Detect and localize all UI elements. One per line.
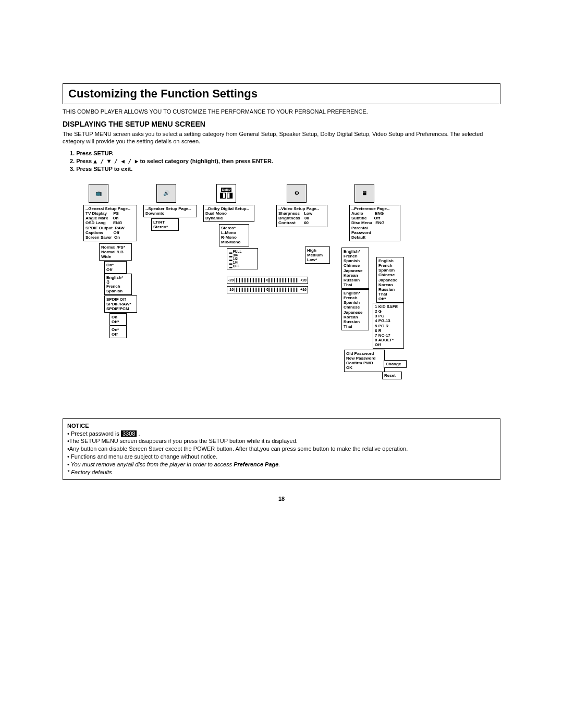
step-1: 1. Press SETUP.: [70, 150, 500, 157]
item-tv-display: TV Display PS: [85, 211, 135, 216]
reset-button[interactable]: Reset: [382, 372, 402, 379]
preference-page: --Preference Page-- Audio ENG Subtitle O…: [349, 205, 400, 241]
intro-text: THIS COMBO PLAYER ALLOWS YOU TO CUSTOMIZ…: [63, 108, 500, 115]
page-title: Customizing the Function Settings: [68, 87, 495, 101]
speaker-setup-page: --Speaker Setup Page-- Downmix: [143, 205, 197, 217]
notice-line-1: • Preset password is 3308 .: [67, 430, 496, 438]
subtitle-options: EnglishFrenchSpanishChineseJapaneseKorea…: [376, 257, 404, 303]
sharpness-options: HighMediumLow*: [305, 246, 330, 264]
title-box: Customizing the Function Settings: [63, 83, 500, 104]
password-box: Old PasswordNew PasswordConfirm PWD OK: [344, 350, 385, 372]
document-page: Customizing the Function Settings THIS C…: [63, 0, 500, 502]
dual-mono-options: Stereo*L-MonoR-MonoMix-Mono: [219, 224, 249, 246]
page-number: 18: [63, 496, 500, 502]
angle-mark-options: On*Off: [104, 261, 127, 274]
dynamic-scale: ▂ FULL ▂ 3/4 ▂ 1/2 ▂ 1/4 ▂ OFF: [227, 248, 258, 270]
notice-line-4: • Functions and menu are subject to chan…: [67, 453, 496, 461]
notice-line-6: * Factory defaults: [67, 468, 496, 476]
disc-menu-options: English*FrenchSpanishChineseJapaneseKore…: [341, 289, 369, 331]
section-heading: DISPLAYING THE SETUP MENU SCREEN: [63, 120, 500, 128]
preference-icon: 🖥: [354, 184, 374, 203]
spdif-options: SPDIF OffSPDIF/RAW*SPDIF/PCM: [104, 295, 137, 313]
osd-lang-options: English*⟨⟩FrenchSpanish: [104, 274, 132, 295]
preset-password: 3308: [121, 430, 137, 437]
section-description: The SETUP MENU screen asks you to select…: [63, 130, 500, 145]
notice-line-3: •Any button can disable Screen Saver exc…: [67, 445, 496, 453]
tv-display-options: Normal /PS*Normal /LBWide: [99, 243, 132, 261]
dolby-icon: Dolby ◧◨: [216, 184, 236, 203]
audio-lang-options: English*FrenchSpanishChineseJapaneseKore…: [341, 248, 369, 289]
downmix-options: LT/RTStereo*: [151, 218, 179, 231]
contrast-slider[interactable]: -160+16: [227, 286, 308, 293]
general-setup-page: --General Setup Page-- TV Display PS Ang…: [83, 205, 137, 241]
menu-tree-diagram: 📺 🔊 Dolby ◧◨ ⚙ 🖥 --General Setup Page-- …: [83, 184, 500, 403]
dolby-setup-page: --Dolby Digital Setup-- Dual Mono Dynami…: [203, 205, 254, 223]
notice-line-2: •The SETUP MENU screen disappears if you…: [67, 437, 496, 445]
notice-box: NOTICE • Preset password is 3308 . •The …: [63, 418, 500, 480]
step-2: 2. Press ▲ / ▼ / ◀ / ▶ to select categor…: [70, 157, 500, 165]
speaker-icon: 🔊: [156, 184, 176, 203]
screen-saver-options: On*Off: [109, 326, 127, 338]
video-setup-page: --Video Setup Page-- Sharpness Low Brigh…: [276, 205, 327, 227]
captions-options: OnOff*: [109, 313, 127, 326]
tv-icon: 📺: [89, 184, 108, 203]
change-button[interactable]: Change: [384, 360, 407, 368]
brightness-slider[interactable]: -200+20: [227, 277, 308, 284]
step-list: 1. Press SETUP. 2. Press ▲ / ▼ / ◀ / ▶ t…: [63, 150, 500, 174]
video-icon: ⚙: [287, 184, 307, 203]
arrow-icons: ▲ / ▼ / ◀ / ▶: [93, 158, 138, 165]
parental-options: 1 KID SAFE2 G3 PG4 PG-135 PG R6 R7 NC-17…: [373, 303, 404, 349]
step-3: 3. Press SETUP to exit.: [70, 165, 500, 173]
notice-line-5: • You must remove any/all disc from the …: [67, 461, 496, 468]
